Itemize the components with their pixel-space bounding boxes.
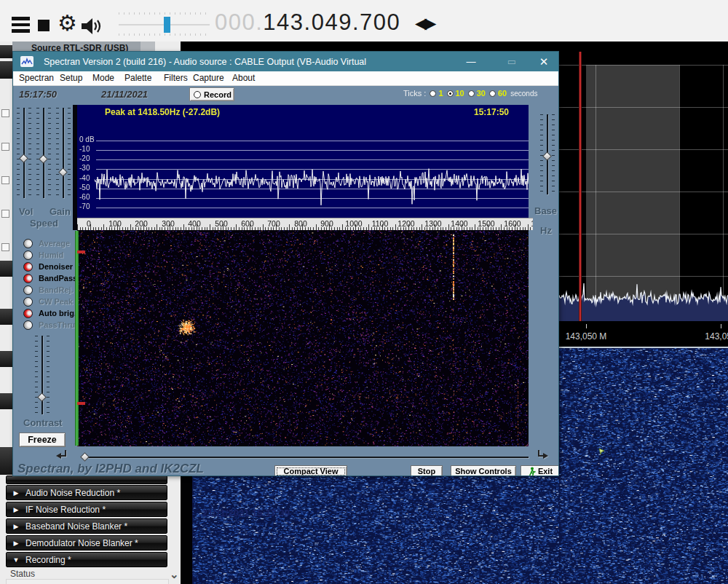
- ruler-label: 1500: [475, 219, 497, 228]
- sidebar-panel-baseband-noise-blanker[interactable]: ▶ Baseband Noise Blanker *: [6, 518, 167, 534]
- freeze-button[interactable]: Freeze: [19, 433, 66, 447]
- sidebar-panel-if-noise-reduction[interactable]: ▶ IF Noise Reduction *: [6, 502, 167, 517]
- maximize-icon[interactable]: ▭: [499, 52, 524, 71]
- radio-icon: [468, 90, 475, 97]
- menu-spectran[interactable]: Spectran: [19, 73, 54, 83]
- hidden-panel-stub: [0, 447, 12, 475]
- waterfall-green-border: [75, 231, 79, 446]
- compact-view-button[interactable]: Compact View: [274, 465, 347, 476]
- scroll-right-icon[interactable]: [537, 449, 549, 461]
- stop-button[interactable]: Stop: [411, 465, 443, 476]
- menu-setup[interactable]: Setup: [60, 73, 82, 83]
- sidebar-panel-recording[interactable]: ▼ Recording *: [6, 552, 167, 567]
- menu-mode[interactable]: Mode: [92, 73, 114, 83]
- led-icon: [23, 239, 33, 248]
- radio-icon: [489, 90, 496, 97]
- speed-label: Speed: [30, 218, 58, 229]
- toggle-denoiser[interactable]: Denoiser: [23, 261, 73, 272]
- spectran-titlebar[interactable]: Spectran Version 2 (build 216) - Audio s…: [13, 52, 558, 71]
- ticks-option-60[interactable]: 60: [489, 89, 507, 98]
- record-button[interactable]: Record: [189, 87, 234, 101]
- volume-icon[interactable]: [80, 17, 103, 36]
- frequency-ruler: 0 100 200 300 400 500 600 700 800 900 10…: [77, 218, 533, 230]
- toggle-bandpass[interactable]: BandPass: [23, 273, 77, 283]
- sdr-waterfall-bottom[interactable]: [192, 476, 559, 584]
- scale-label: 143,050 M: [559, 331, 615, 342]
- speed-slider[interactable]: [36, 108, 52, 198]
- ruler-label: 800: [290, 219, 312, 228]
- hidden-panel-stub: [0, 351, 12, 367]
- waterfall-cursor-icon: [598, 448, 606, 455]
- record-label: Record: [204, 90, 232, 99]
- sidebar-panel-demodulator-noise-blanker[interactable]: ▶ Demodulator Noise Blanker *: [6, 535, 167, 551]
- ruler-label: 1600: [502, 219, 523, 228]
- horizontal-scrollbar[interactable]: [86, 457, 529, 458]
- ruler-label: 1100: [369, 219, 391, 228]
- current-date: 21/11/2021: [101, 89, 148, 100]
- tune-step-arrows[interactable]: ◀▶: [415, 15, 434, 32]
- gain-label: Gain: [50, 206, 71, 217]
- ruler-label: 0: [78, 219, 100, 228]
- settings-gear-icon[interactable]: ⚙: [58, 11, 77, 36]
- menu-about[interactable]: About: [232, 73, 255, 83]
- window-title: Spectran Version 2 (build 216) - Audio s…: [44, 57, 366, 67]
- toggle-bandrej[interactable]: BandRej.: [23, 285, 74, 295]
- sdr-spectrum-display[interactable]: [559, 42, 728, 324]
- ticks-option-10[interactable]: 10: [447, 89, 464, 98]
- sdr-waterfall-right[interactable]: [559, 348, 728, 584]
- db-label: -10: [79, 145, 90, 153]
- vol-slider[interactable]: [16, 108, 32, 198]
- toggle-label: PassThru: [39, 320, 75, 329]
- frequency-display[interactable]: 000.143.049.700: [215, 9, 400, 36]
- contrast-label: Contrast: [23, 417, 62, 428]
- stop-icon[interactable]: [38, 20, 50, 31]
- menu-filters[interactable]: Filters: [164, 73, 188, 83]
- source-expand-button[interactable]: [141, 42, 155, 51]
- scroll-left-icon[interactable]: [55, 449, 68, 461]
- show-controls-button[interactable]: Show Controls: [451, 465, 516, 476]
- toggle-auto-brig[interactable]: Auto brig.: [23, 308, 76, 318]
- ticks-option-1[interactable]: 1: [430, 89, 443, 98]
- menu-icon[interactable]: [12, 17, 30, 33]
- ruler-label: 1400: [448, 219, 470, 228]
- db-label: -20: [79, 154, 90, 162]
- exit-label: Exit: [538, 466, 553, 476]
- tune-up-icon[interactable]: ▶: [424, 15, 434, 31]
- frequency-value: 143.049.700: [263, 9, 400, 35]
- ticks-option-30[interactable]: 30: [468, 89, 486, 98]
- contrast-slider[interactable]: [34, 336, 50, 414]
- source-header[interactable]: Source RTL-SDR (USB): [12, 42, 141, 51]
- expand-arrow-icon: ▶: [7, 540, 25, 547]
- menu-capture[interactable]: Capture: [193, 73, 224, 83]
- volume-slider-handle[interactable]: [164, 17, 170, 33]
- hidden-panel-stub: [0, 61, 12, 79]
- panel-label: Demodulator Noise Blanker *: [25, 538, 138, 548]
- ticks-value: 60: [498, 89, 507, 98]
- menu-palette[interactable]: Palette: [124, 73, 151, 83]
- spectran-control-row: 15:17:50 21/11/2021 Record Ticks : 1 10 …: [13, 86, 558, 103]
- sidebar-panel-audio-noise-reduction[interactable]: ▶ Audio Noise Reduction *: [6, 485, 167, 500]
- sdr-frequency-scale: 143,050 M 143,052: [559, 324, 728, 348]
- minimize-icon[interactable]: —: [459, 52, 483, 71]
- tune-down-icon[interactable]: ◀: [415, 15, 424, 31]
- gain-slider[interactable]: [55, 108, 71, 198]
- sidebar-scroll-chevron-icon[interactable]: ⌄: [170, 568, 179, 581]
- toggle-humid[interactable]: Humid: [23, 250, 63, 260]
- ruler-label: 500: [210, 219, 232, 228]
- vol-label: Vol: [19, 206, 33, 217]
- scrollbar-handle[interactable]: [80, 452, 90, 462]
- red-marker-tick: [77, 250, 85, 253]
- ruler-label: 1200: [395, 219, 417, 228]
- hidden-checkbox-stub: [1, 143, 9, 151]
- toggle-passthru[interactable]: PassThru: [23, 320, 75, 330]
- ticks-value: 30: [477, 89, 486, 98]
- toggle-label: Denoiser: [39, 262, 73, 271]
- expand-arrow-icon: ▶: [7, 506, 25, 513]
- toggle-cw-peak[interactable]: CW Peak: [23, 296, 73, 307]
- close-icon[interactable]: ✕: [531, 52, 556, 71]
- radio-icon: [430, 90, 436, 97]
- exit-button[interactable]: Exit: [521, 465, 559, 476]
- toggle-average[interactable]: Average: [23, 238, 70, 248]
- panel-label: Recording *: [25, 555, 71, 565]
- db-label: -30: [79, 164, 90, 172]
